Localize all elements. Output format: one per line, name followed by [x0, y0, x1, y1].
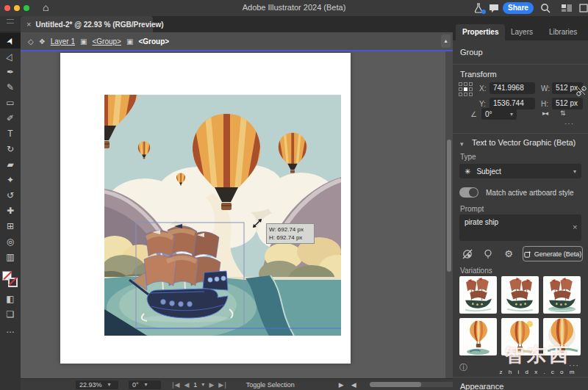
clear-prompt-icon[interactable]: ×: [573, 223, 577, 231]
close-tab-icon[interactable]: ×: [26, 20, 31, 29]
rotation-select[interactable]: 0°▾: [129, 380, 161, 389]
comment-icon[interactable]: [488, 2, 500, 14]
selection-tool[interactable]: ➤: [0, 33, 21, 48]
breadcrumb-current-group: <Group>: [138, 37, 169, 46]
zoom-tool[interactable]: ◎: [0, 234, 21, 249]
direct-selection-tool[interactable]: ▷: [0, 48, 21, 64]
variation-thumbnail-ship-3[interactable]: [543, 276, 581, 314]
prompt-input[interactable]: pirate ship: [459, 214, 581, 241]
match-artboard-style-toggle[interactable]: [459, 187, 478, 198]
generate-icon: [524, 250, 531, 258]
artboard-number[interactable]: 1: [193, 381, 197, 389]
zoom-level-select[interactable]: 22.93%▾: [76, 380, 118, 389]
variation-thumbnail-balloon-2[interactable]: [501, 318, 539, 355]
h-input[interactable]: 512 px: [552, 98, 583, 109]
vertical-scrollbar-thumb[interactable]: [447, 140, 451, 272]
variations-label: Variations: [460, 267, 492, 275]
hand-tool[interactable]: ✚: [0, 203, 21, 218]
rotate-tool[interactable]: ↻: [0, 141, 21, 156]
share-button[interactable]: Share: [503, 2, 534, 14]
canvas-area[interactable]: W: 692.74 px H: 692.74 px: [21, 51, 453, 378]
breadcrumb: ◇ ❖ Layer 1 ▣ <Group> ▣ <Group>: [21, 32, 453, 50]
variation-thumbnail-ship-1[interactable]: [459, 276, 497, 314]
more-tools-button[interactable]: …: [0, 322, 21, 337]
group-badge-icon: ▣: [126, 37, 133, 46]
match-artboard-style-label: Match active artboard style: [486, 189, 574, 197]
reference-point-locator[interactable]: [459, 82, 473, 96]
generate-button[interactable]: Generate (Beta): [523, 246, 583, 261]
panel-tabs: Properties Layers Libraries: [453, 16, 588, 40]
stroke-swatch[interactable]: [8, 278, 18, 287]
search-icon[interactable]: [539, 2, 551, 14]
chevron-down-icon: ▾: [145, 380, 148, 389]
type-label: Type: [460, 153, 476, 161]
lightbulb-icon[interactable]: [482, 248, 494, 260]
x-label: X:: [479, 84, 486, 93]
angle-icon: ∠: [470, 110, 477, 118]
curvature-tool[interactable]: ✎: [0, 79, 21, 95]
workspace-layout-icon[interactable]: [561, 2, 573, 14]
arrow-right-icon: ▶: [339, 381, 344, 389]
type-select[interactable]: ✳ Subject ▾: [459, 164, 581, 178]
shape-builder-tool[interactable]: ✦: [0, 172, 21, 187]
gear-icon[interactable]: ⚙: [503, 248, 514, 260]
flip-vertical-icon[interactable]: ⇅: [560, 109, 565, 117]
document-tab[interactable]: × Untitled-2* @ 22.93 % (RGB/Preview): [21, 16, 153, 32]
variation-thumbnail-ship-2[interactable]: [501, 276, 539, 314]
fill-stroke-swatches[interactable]: [0, 269, 21, 291]
rotation-angle-select[interactable]: 0° ▾: [481, 108, 517, 120]
rectangle-tool[interactable]: ▭: [0, 95, 21, 110]
w-label: W:: [541, 84, 550, 93]
layers-stack-icon[interactable]: ❖: [39, 37, 46, 46]
h-label: H:: [541, 100, 548, 108]
chevron-down-icon: ▾: [108, 380, 111, 389]
tooltip-width: W: 692.74 px: [269, 225, 312, 234]
tab-layers[interactable]: Layers: [504, 24, 539, 40]
workspace-switch-icon[interactable]: [579, 2, 588, 14]
horizontal-scrollbar-thumb: [370, 382, 421, 387]
breadcrumb-group-link[interactable]: <Group>: [92, 37, 121, 46]
paintbrush-tool[interactable]: ✐: [0, 110, 21, 126]
type-value: Subject: [476, 167, 567, 176]
eraser-tool[interactable]: ▰: [0, 156, 21, 172]
drawing-mode-button[interactable]: ◧: [0, 291, 21, 306]
variation-thumbnail-balloon-1[interactable]: [459, 318, 497, 355]
rotate-view-tool[interactable]: ↺: [0, 187, 21, 203]
horizontal-scrollbar[interactable]: [370, 382, 458, 387]
next-artboard-icon[interactable]: ▶: [209, 381, 214, 389]
tab-libraries[interactable]: Libraries: [542, 24, 584, 40]
chevron-down-icon[interactable]: ▾: [201, 381, 204, 388]
transform-more-options[interactable]: ···: [564, 120, 574, 128]
link-dimensions-icon[interactable]: [576, 86, 587, 96]
appearance-section-title: Appearance: [460, 382, 503, 390]
status-hint: Toggle Selection: [246, 381, 295, 389]
artboard-tool[interactable]: ⊞: [0, 218, 21, 234]
first-artboard-icon[interactable]: ∣◀: [171, 381, 179, 389]
screen-mode-button[interactable]: ❏: [0, 306, 21, 322]
toolbar-header[interactable]: [0, 16, 21, 32]
artboard-nav-icon[interactable]: ◇: [28, 37, 34, 46]
flip-horizontal-icon[interactable]: ▸◂: [542, 109, 548, 117]
sparkle-icon: ✳: [465, 167, 470, 176]
info-icon[interactable]: ⓘ: [459, 362, 467, 373]
artwork-illustration[interactable]: [104, 95, 341, 336]
y-label: Y:: [479, 100, 486, 108]
statusbar-arrows[interactable]: ▶ ◀: [339, 381, 356, 389]
pen-tool[interactable]: ✒: [0, 64, 21, 79]
tab-properties[interactable]: Properties: [456, 24, 505, 40]
x-input[interactable]: 741.9968: [490, 82, 535, 94]
group-badge-icon: ▣: [80, 37, 87, 46]
previous-artboard-icon[interactable]: ◀: [184, 381, 189, 389]
scroll-up-button[interactable]: ▴: [441, 35, 451, 48]
ttv-section-title[interactable]: Text to Vector Graphic (Beta): [472, 138, 576, 147]
variation-thumbnail-balloon-3[interactable]: [543, 318, 581, 355]
artboard-navigation[interactable]: ∣◀ ◀ 1 ▾ ▶ ▶∣: [171, 381, 227, 389]
breadcrumb-layer-link[interactable]: Layer 1: [51, 37, 75, 46]
gradient-tool[interactable]: ▥: [0, 249, 21, 264]
type-tool[interactable]: T: [0, 126, 21, 141]
section-chevron-icon[interactable]: ▾: [460, 140, 464, 148]
panel-more-options[interactable]: ···: [569, 361, 579, 369]
last-artboard-icon[interactable]: ▶∣: [218, 381, 226, 389]
toolbar: ➤ ▷ ✒ ✎ ▭ ✐ T ↻ ▰ ✦ ↺ ✚ ⊞ ◎ ▥ ◧ ❏ …: [0, 33, 21, 390]
style-reference-icon[interactable]: [462, 248, 473, 260]
